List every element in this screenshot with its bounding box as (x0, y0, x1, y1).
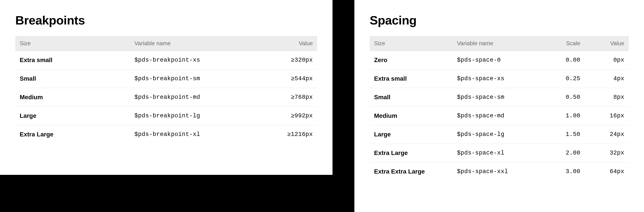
cell-variable: $pds-space-lg (452, 125, 541, 144)
cell-size: Medium (370, 107, 452, 125)
header-size: Size (370, 36, 452, 51)
table-row: Large$pds-space-lg1.5024px (370, 125, 629, 144)
cell-value: ≥544px (257, 69, 317, 88)
header-scale: Scale (540, 36, 584, 51)
table-row: Extra small$pds-breakpoint-xs≥320px (15, 51, 317, 69)
cell-size: Extra Extra Large (370, 162, 452, 181)
table-header-row: Size Variable name Value (15, 36, 317, 51)
cell-size: Large (370, 125, 452, 144)
header-size: Size (15, 36, 130, 51)
cell-value: 0px (585, 51, 629, 69)
cell-variable: $pds-breakpoint-xs (130, 51, 257, 69)
cell-variable: $pds-breakpoint-lg (130, 107, 257, 125)
table-row: Small$pds-breakpoint-sm≥544px (15, 69, 317, 88)
cell-variable: $pds-space-xs (452, 69, 541, 88)
cell-variable: $pds-space-sm (452, 88, 541, 107)
table-row: Extra Large$pds-breakpoint-xl≥1216px (15, 125, 317, 144)
cell-value: ≥320px (257, 51, 317, 69)
cell-scale: 3.00 (540, 162, 584, 181)
cell-scale: 1.00 (540, 107, 584, 125)
cell-value: 8px (585, 88, 629, 107)
cell-value: 24px (585, 125, 629, 144)
table-row: Extra Extra Large$pds-space-xxl3.0064px (370, 162, 629, 181)
spacing-table: Size Variable name Scale Value Zero$pds-… (370, 36, 629, 181)
cell-value: 32px (585, 144, 629, 162)
spacing-panel: Spacing Size Variable name Scale Value Z… (354, 0, 644, 212)
cell-variable: $pds-space-md (452, 107, 541, 125)
cell-value: 4px (585, 69, 629, 88)
header-value: Value (585, 36, 629, 51)
cell-value: ≥1216px (257, 125, 317, 144)
cell-variable: $pds-space-0 (452, 51, 541, 69)
cell-size: Small (15, 69, 130, 88)
cell-size: Extra Large (370, 144, 452, 162)
breakpoints-panel: Breakpoints Size Variable name Value Ext… (0, 0, 332, 175)
cell-value: ≥768px (257, 88, 317, 107)
cell-scale: 0.00 (540, 51, 584, 69)
cell-value: 16px (585, 107, 629, 125)
cell-variable: $pds-space-xxl (452, 162, 541, 181)
cell-variable: $pds-space-xl (452, 144, 541, 162)
header-variable: Variable name (452, 36, 541, 51)
breakpoints-title: Breakpoints (15, 13, 317, 27)
cell-scale: 0.25 (540, 69, 584, 88)
cell-scale: 2.00 (540, 144, 584, 162)
spacing-title: Spacing (370, 13, 629, 27)
cell-size: Large (15, 107, 130, 125)
cell-value: ≥992px (257, 107, 317, 125)
cell-value: 64px (585, 162, 629, 181)
cell-variable: $pds-breakpoint-md (130, 88, 257, 107)
cell-size: Extra small (370, 69, 452, 88)
table-row: Extra small$pds-space-xs0.254px (370, 69, 629, 88)
table-row: Small$pds-space-sm0.508px (370, 88, 629, 107)
table-header-row: Size Variable name Scale Value (370, 36, 629, 51)
cell-size: Small (370, 88, 452, 107)
table-row: Medium$pds-breakpoint-md≥768px (15, 88, 317, 107)
table-row: Medium$pds-space-md1.0016px (370, 107, 629, 125)
cell-size: Extra small (15, 51, 130, 69)
cell-variable: $pds-breakpoint-sm (130, 69, 257, 88)
cell-size: Extra Large (15, 125, 130, 144)
table-row: Extra Large$pds-space-xl2.0032px (370, 144, 629, 162)
table-row: Large$pds-breakpoint-lg≥992px (15, 107, 317, 125)
table-row: Zero$pds-space-00.000px (370, 51, 629, 69)
header-variable: Variable name (130, 36, 257, 51)
header-value: Value (257, 36, 317, 51)
cell-size: Medium (15, 88, 130, 107)
cell-scale: 0.50 (540, 88, 584, 107)
cell-scale: 1.50 (540, 125, 584, 144)
cell-variable: $pds-breakpoint-xl (130, 125, 257, 144)
cell-size: Zero (370, 51, 452, 69)
breakpoints-table: Size Variable name Value Extra small$pds… (15, 36, 317, 144)
